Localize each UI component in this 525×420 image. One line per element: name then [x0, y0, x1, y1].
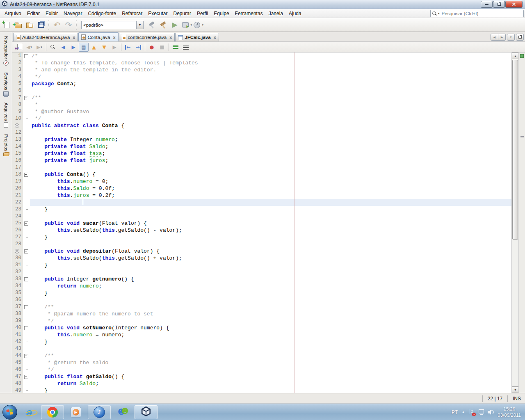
- scroll-left-button[interactable]: ◀: [491, 34, 498, 41]
- code-line-33[interactable]: 33 public Integer getnumero() {: [12, 276, 511, 283]
- code-line-14[interactable]: 14 private float Saldo;: [12, 143, 511, 150]
- code-line-15[interactable]: 15 private float taxa;: [12, 150, 511, 157]
- line-number[interactable]: 26: [12, 227, 23, 234]
- code-line-24[interactable]: 24: [12, 213, 511, 220]
- hidden-icons-icon[interactable]: ▲: [461, 410, 465, 414]
- code-text[interactable]: public float getSaldo() {: [30, 373, 511, 380]
- tab-close-icon[interactable]: x: [113, 35, 115, 40]
- code-text[interactable]: return numero;: [30, 283, 511, 290]
- line-number[interactable]: 35: [12, 290, 23, 297]
- menu-executar[interactable]: Executar: [145, 10, 170, 17]
- code-line-36[interactable]: 36: [12, 297, 511, 304]
- code-line-37[interactable]: 37 /**: [12, 304, 511, 310]
- code-text[interactable]: * @return the saldo: [30, 359, 511, 366]
- next-occurrence-button[interactable]: ▼: [99, 43, 109, 52]
- code-text[interactable]: }: [30, 206, 511, 213]
- override-badge-icon[interactable]: [15, 249, 19, 253]
- line-number[interactable]: 41: [12, 331, 23, 338]
- code-line-9[interactable]: 9 * @author Gustavo: [12, 108, 511, 115]
- line-number[interactable]: 20: [12, 185, 23, 192]
- debug-button[interactable]: ▾: [180, 19, 192, 31]
- fold-margin[interactable]: [23, 248, 30, 255]
- menu-codigo-fonte[interactable]: Código-fonte: [85, 10, 119, 17]
- line-number[interactable]: 49: [12, 387, 23, 393]
- line-number[interactable]: 43: [12, 345, 23, 352]
- configuration-combobox[interactable]: <padrão>▼: [81, 21, 144, 29]
- taskbar-item-netbeans[interactable]: [135, 405, 158, 419]
- undo-button[interactable]: ↶: [51, 19, 63, 31]
- code-text[interactable]: }: [30, 234, 511, 241]
- network-icon[interactable]: [478, 409, 484, 415]
- menu-perfil[interactable]: Perfil: [194, 10, 211, 17]
- fold-margin[interactable]: [23, 52, 30, 59]
- line-number[interactable]: 27: [12, 234, 23, 241]
- vertical-scrollbar[interactable]: ▲ ▼: [511, 52, 518, 393]
- code-text[interactable]: }: [30, 338, 511, 345]
- code-line-4[interactable]: 4 */: [12, 73, 511, 80]
- code-line-26[interactable]: 26 this.setSaldo(this.getSaldo() - valor…: [12, 227, 511, 234]
- dropdown-caret-icon[interactable]: ▾: [41, 46, 42, 49]
- menu-depurar[interactable]: Depurar: [171, 10, 194, 17]
- uncomment-button[interactable]: [181, 43, 191, 52]
- clock[interactable]: 15:26 03/09/2011: [498, 406, 521, 418]
- code-text[interactable]: [30, 345, 511, 352]
- line-number[interactable]: 8: [12, 101, 23, 108]
- line-number[interactable]: 45: [12, 359, 23, 366]
- taskbar-item-messenger[interactable]: ☻☻: [113, 405, 132, 419]
- line-number[interactable]: 39: [12, 317, 23, 324]
- menu-editar[interactable]: Editar: [24, 10, 43, 17]
- code-line-23[interactable]: 23 }: [12, 206, 511, 213]
- line-number[interactable]: 10: [12, 115, 23, 122]
- line-number[interactable]: 44: [12, 352, 23, 359]
- code-text[interactable]: /**: [30, 94, 511, 101]
- dropdown-caret-icon[interactable]: ▾: [30, 46, 32, 49]
- fold-margin[interactable]: [23, 324, 30, 331]
- code-line-41[interactable]: 41 this.numero = numero;: [12, 331, 511, 338]
- toggle-highlight-button[interactable]: ▤: [79, 43, 89, 52]
- code-text[interactable]: private float juros;: [30, 157, 511, 164]
- code-line-8[interactable]: 8 *: [12, 101, 511, 108]
- code-text[interactable]: */: [30, 73, 511, 80]
- code-line-40[interactable]: 40 public void setNumero(Integer numero)…: [12, 324, 511, 331]
- fold-margin[interactable]: [23, 94, 30, 101]
- find-selection-button[interactable]: [48, 43, 58, 52]
- menu-ferramentas[interactable]: Ferramentas: [232, 10, 266, 17]
- menu-equipe[interactable]: Equipe: [211, 10, 232, 17]
- build-button[interactable]: [146, 19, 158, 31]
- code-line-12[interactable]: 12: [12, 129, 511, 136]
- start-macro-recording-button[interactable]: ●: [147, 43, 157, 52]
- search-input[interactable]: [441, 11, 522, 16]
- code-line-38[interactable]: 38 * @param numero the numero to set: [12, 310, 511, 317]
- line-number[interactable]: 42: [12, 338, 23, 345]
- comment-button[interactable]: [171, 43, 180, 52]
- code-text[interactable]: private Integer numero;: [30, 136, 511, 143]
- code-line-30[interactable]: 30 this.setSaldo(this.getSaldo() + valor…: [12, 255, 511, 262]
- shift-right-button[interactable]: →: [133, 43, 143, 52]
- code-line-22[interactable]: 22: [12, 199, 511, 206]
- line-number[interactable]: 24: [12, 213, 23, 220]
- sidebar-item-projetos[interactable]: Projetos: [3, 134, 9, 156]
- code-text[interactable]: [30, 213, 511, 220]
- code-text[interactable]: public Integer getnumero() {: [30, 276, 511, 283]
- line-number[interactable]: 6: [12, 87, 23, 94]
- line-number[interactable]: [12, 248, 23, 255]
- line-number[interactable]: 16: [12, 157, 23, 164]
- line-number[interactable]: 21: [12, 192, 23, 199]
- scroll-right-button[interactable]: ▶: [498, 34, 506, 41]
- toggle-search-result-button[interactable]: ▶: [110, 43, 119, 52]
- code-text[interactable]: }: [30, 262, 511, 269]
- code-text[interactable]: * and open the template in the editor.: [30, 66, 511, 73]
- code-line-28[interactable]: 28: [12, 241, 511, 248]
- code-text[interactable]: /**: [30, 304, 511, 310]
- sidebar-item-arquivos[interactable]: Arquivos: [4, 103, 9, 128]
- line-number[interactable]: 2: [12, 59, 23, 66]
- fold-margin[interactable]: [23, 352, 30, 359]
- tab-close-icon[interactable]: x: [214, 35, 216, 40]
- start-button[interactable]: [2, 405, 17, 420]
- hint-badge-icon[interactable]: [15, 123, 19, 128]
- code-line-32[interactable]: 32: [12, 269, 511, 276]
- action-center-icon[interactable]: [468, 409, 474, 415]
- taskbar-item-windows-media-player[interactable]: ▶: [66, 405, 85, 419]
- line-number[interactable]: 1: [12, 52, 23, 59]
- save-all-button[interactable]: [35, 19, 47, 31]
